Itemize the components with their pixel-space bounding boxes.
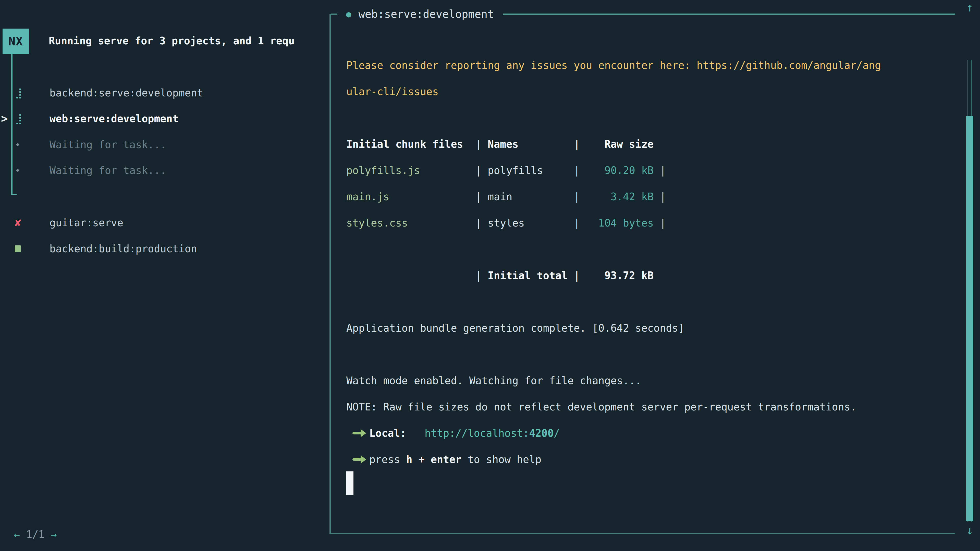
scrollbar: ↑ ↓ xyxy=(966,0,974,551)
success-square-icon xyxy=(15,245,21,252)
bundle-complete-line: Application bundle generation complete. … xyxy=(346,315,946,341)
table-row: main.js| main| 3.42 kB | xyxy=(346,184,946,210)
task-label: backend:serve:development xyxy=(49,80,203,106)
task-label: Waiting for task... xyxy=(49,132,166,157)
spinner-icon: ⣸ xyxy=(15,106,22,131)
local-url-link[interactable]: http://localhost:4200/ xyxy=(425,427,560,439)
table-row: styles.css| styles| 104 bytes | xyxy=(346,210,946,236)
status-dot-icon: ● xyxy=(346,9,351,19)
panel-border-line xyxy=(503,14,956,15)
panel-border-stub xyxy=(331,14,337,15)
nx-logo: NX xyxy=(3,29,29,54)
task-label: Waiting for task... xyxy=(49,158,166,183)
local-label: Local: xyxy=(369,427,406,439)
task-label: web:serve:development xyxy=(49,106,179,131)
scrollbar-thumb[interactable] xyxy=(966,116,973,521)
spinner-icon: ⣸ xyxy=(15,80,22,106)
arrow-right-icon xyxy=(352,458,363,461)
waiting-dot-icon xyxy=(16,169,19,171)
waiting-dot-icon xyxy=(16,143,19,146)
page-prev-arrow-icon[interactable]: ← xyxy=(14,529,20,540)
selected-chevron-icon: > xyxy=(1,106,8,131)
page-title: Running serve for 3 projects, and 1 requ xyxy=(49,28,294,54)
task-label: backend:build:production xyxy=(49,236,197,262)
panel-title: web:serve:development xyxy=(358,8,494,21)
notice-line: ular-cli/issues xyxy=(346,79,946,105)
sidebar-footer: ← 1/1 → quit: q help: ? xyxy=(0,496,329,522)
notice-line: Please consider reporting any issues you… xyxy=(346,52,946,79)
help-hint-line: press h + enter to show help xyxy=(346,446,946,473)
task-output-panel: ● web:serve:development Please consider … xyxy=(329,14,955,534)
nx-logo-text: NX xyxy=(8,35,23,48)
task-row-waiting-2[interactable]: Waiting for task... xyxy=(0,158,329,183)
arrow-right-icon xyxy=(352,432,363,434)
panel-title-bar: ● web:serve:development xyxy=(331,8,955,20)
task-row-waiting-1[interactable]: Waiting for task... xyxy=(0,132,329,157)
terminal-output: Please consider reporting any issues you… xyxy=(346,52,946,473)
blank-line xyxy=(346,341,946,368)
note-line: NOTE: Raw file sizes do not reflect deve… xyxy=(346,394,946,420)
terminal-cursor xyxy=(346,472,353,495)
scroll-up-arrow-icon[interactable]: ↑ xyxy=(966,0,974,14)
task-row-guitar-serve[interactable]: ✘ guitar:serve xyxy=(0,210,329,235)
keyboard-hints: quit: q help: ? xyxy=(205,547,304,551)
failed-cross-icon: ✘ xyxy=(15,210,21,235)
table-total-row: | Initial total| 93.72 kB xyxy=(346,262,946,289)
scroll-down-arrow-icon[interactable]: ↓ xyxy=(966,524,974,537)
help-key-combo: h + enter xyxy=(406,454,462,465)
task-row-backend-serve[interactable]: ⣸ backend:serve:development xyxy=(0,80,329,106)
pagination: ← 1/1 → xyxy=(14,522,57,547)
table-row: polyfills.js| polyfills| 90.20 kB | xyxy=(346,157,946,184)
blank-line xyxy=(346,289,946,315)
sidebar: NX Running serve for 3 projects, and 1 r… xyxy=(0,0,329,551)
page-indicator: 1/1 xyxy=(20,529,51,540)
task-row-backend-build[interactable]: backend:build:production xyxy=(0,236,329,262)
watch-mode-line: Watch mode enabled. Watching for file ch… xyxy=(346,368,946,394)
task-row-web-serve[interactable]: > ⣸ web:serve:development xyxy=(0,106,329,131)
local-url-line: Local: http://localhost:4200/ xyxy=(346,420,946,446)
blank-line xyxy=(346,236,946,262)
task-label: guitar:serve xyxy=(49,210,123,235)
page-next-arrow-icon[interactable]: → xyxy=(51,529,57,540)
table-header-row: Initial chunk files| Names| Raw size xyxy=(346,131,946,157)
blank-line xyxy=(346,105,946,131)
